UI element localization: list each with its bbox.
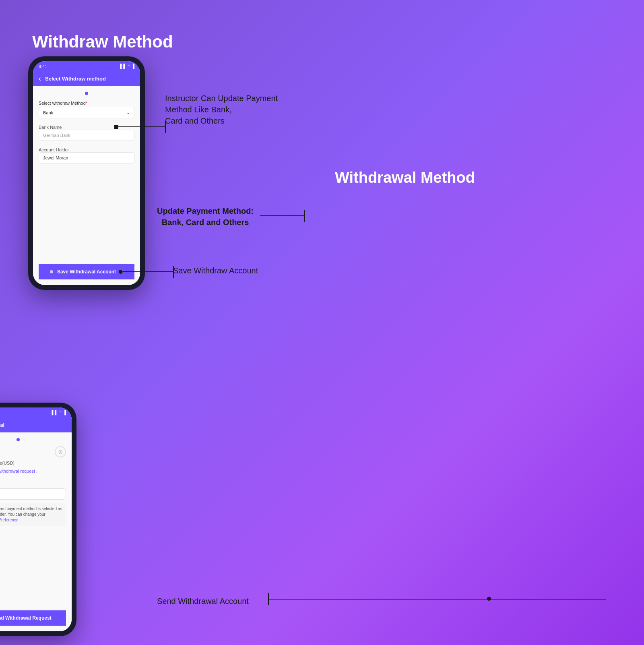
phone-1-back-arrow[interactable]: ‹ [39,74,41,83]
phone-1-icons: ▌▌ ⁻ ▐ [120,64,135,69]
info-text: The Preferred payment method is selected… [0,506,63,523]
balance-label: Current Balance(USD) [0,461,66,465]
annotation-line-h-1 [117,126,165,127]
phone-2-screen: 9:41 ▌▌ ⁻ ▐ ‹ Withdrawal $4300 ◎ Current… [0,407,72,631]
annotation-line-h-3 [123,271,173,272]
annotation-send-withdrawal: Send Withdrawal Account [157,595,249,607]
dropdown-chevron: ⌄ [126,110,130,115]
phone-1-navbar: ‹ Select Withdraw method [33,71,140,86]
bank-name-input[interactable]: German Bank [39,130,134,141]
phone-2-navbar: ‹ Withdrawal [0,418,72,432]
phone-2-icons: ▌▌ ⁻ ▐ [52,410,66,415]
phone-2-nav-title: Withdrawal [0,422,4,428]
phone-1-nav-title: Select Withdraw method [45,76,106,82]
phone-2: 9:41 ▌▌ ⁻ ▐ ‹ Withdrawal $4300 ◎ Current… [0,403,76,636]
method-field-group: Select withdraw Method* Bank ⌄ [39,101,134,118]
phone-1-time: 9:41 [39,64,47,69]
annotation-line-v-2 [304,210,305,222]
withdrawal-method-title: Withdrawal Method [335,169,475,186]
withdraw-preference-link[interactable]: Withdraw Preference [0,518,18,522]
account-holder-group: Account Holder Jewel Moran [39,145,134,163]
send-withdrawal-button-bar[interactable]: Send Withdrawal Request [0,610,66,626]
phone-1: 9:41 ▌▌ ⁻ ▐ ‹ Select Withdraw method Sel… [28,56,145,290]
progress-dot [85,92,88,95]
save-btn-dot [50,270,53,273]
annotation-line-v-4 [268,593,269,605]
annotation-save-withdraw: Save Withdraw Account [173,265,258,276]
amount-input[interactable]: 4300 [0,488,66,500]
annotation-update-payment: Update Payment Method:Bank, Card and Oth… [157,205,254,228]
send-btn-label: Send Withdrawal Request [0,615,52,621]
required-marker: * [86,101,87,105]
phone-1-screen: 9:41 ▌▌ ⁻ ▐ ‹ Select Withdraw method Sel… [33,61,140,285]
phone-2-status-bar: 9:41 ▌▌ ⁻ ▐ [0,407,72,418]
account-holder-input[interactable]: Jewel Moran [39,152,134,163]
page-title: Withdraw Method [32,32,173,52]
method-label: Select withdraw Method* [39,101,134,105]
bank-name-group: Bank Name German Bank [39,122,134,141]
method-dropdown[interactable]: Bank ⌄ [39,107,134,118]
annotation-line-v-3 [173,266,174,278]
phone-1-status-bar: 9:41 ▌▌ ⁻ ▐ [33,61,140,71]
enter-amount-label: Enter Amount [0,480,66,485]
annotation-line-v-1 [165,121,166,133]
annotation-instructor-update: Instructor Can Update PaymentMethod Like… [165,93,278,126]
phone-1-content: Select withdraw Method* Bank ⌄ Bank Name… [33,86,140,285]
balance-row: $4300 ◎ [0,446,66,457]
balance-icon: ◎ [55,446,66,457]
balance-section: $4300 ◎ Current Balance(USD) You can sen… [0,432,72,631]
method-value: Bank [43,110,53,115]
annotation-line-h-4 [268,599,606,600]
progress-dot-2 [17,438,20,441]
progress-dots-2 [0,438,66,441]
progress-dots [39,92,134,95]
bank-name-label: Bank Name [39,125,134,130]
info-box: ⓘ The Preferred payment method is select… [0,503,66,526]
annotation-line-h-2 [260,215,304,216]
annotation-dot-2 [119,270,123,274]
save-btn-label: Save Withdrawal Account [57,269,116,275]
divider [0,477,66,477]
account-holder-label: Account Holder [39,147,134,152]
can-send-text: You can send withdrawal request . [0,469,66,473]
